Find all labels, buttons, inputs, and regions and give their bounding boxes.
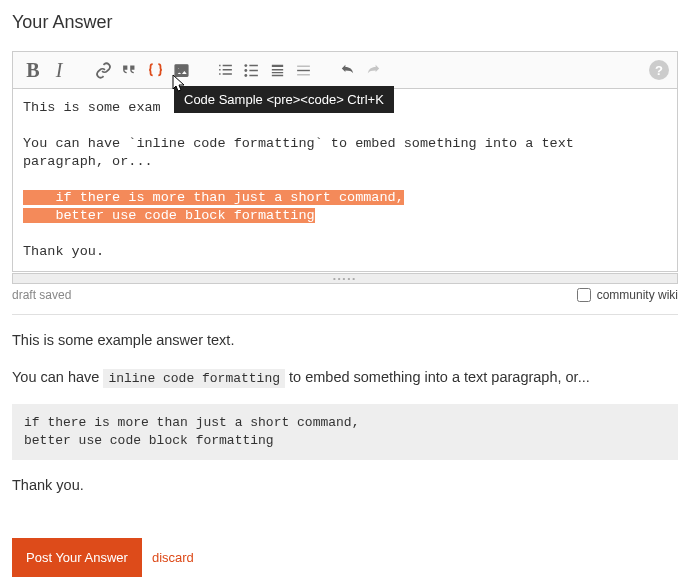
selected-text: better use code block formatting <box>23 208 315 223</box>
braces-icon <box>147 62 164 79</box>
olist-button[interactable] <box>213 56 237 84</box>
redo-icon <box>365 62 382 79</box>
svg-point-1 <box>177 67 179 69</box>
link-button[interactable] <box>91 56 115 84</box>
editor-toolbar: B I ? <box>13 52 677 88</box>
quote-icon <box>121 62 138 79</box>
quote-button[interactable] <box>117 56 141 84</box>
discard-link[interactable]: discard <box>152 550 194 565</box>
page-title: Your Answer <box>12 12 678 33</box>
code-block: if there is more than just a short comma… <box>12 404 678 460</box>
heading-button[interactable] <box>265 56 289 84</box>
editor-text: This is some exam <box>23 100 161 115</box>
link-icon <box>95 62 112 79</box>
divider <box>12 314 678 315</box>
selected-text: if there is more than just a short comma… <box>23 190 404 205</box>
tooltip: Code Sample <pre><code> Ctrl+K <box>174 86 394 113</box>
undo-button[interactable] <box>335 56 359 84</box>
post-answer-button[interactable]: Post Your Answer <box>12 538 142 577</box>
community-wiki-text: community wiki <box>597 288 678 302</box>
hr-button[interactable] <box>291 56 315 84</box>
svg-point-4 <box>244 74 247 77</box>
heading-icon <box>269 62 286 79</box>
undo-icon <box>339 62 356 79</box>
hr-icon <box>295 62 312 79</box>
status-row: draft saved community wiki <box>12 284 678 314</box>
ordered-list-icon <box>217 62 234 79</box>
svg-point-3 <box>244 69 247 72</box>
bold-button[interactable]: B <box>21 56 45 84</box>
editor-text: Thank you. <box>23 244 104 259</box>
image-icon <box>173 62 190 79</box>
preview-paragraph: You can have inline code formatting to e… <box>12 366 678 390</box>
editor-text: You can have `inline code formatting` to… <box>23 136 574 151</box>
draft-status: draft saved <box>12 288 577 302</box>
image-button[interactable] <box>169 56 193 84</box>
bullet-list-icon <box>243 62 260 79</box>
editor-container: B I ? <box>12 51 678 272</box>
actions-row: Post Your Answer discard <box>12 538 678 577</box>
community-wiki-checkbox[interactable] <box>577 288 591 302</box>
redo-button[interactable] <box>361 56 385 84</box>
svg-point-2 <box>244 64 247 67</box>
ulist-button[interactable] <box>239 56 263 84</box>
italic-button[interactable]: I <box>47 56 71 84</box>
editor-textarea[interactable]: This is some exam You can have `inline c… <box>13 88 677 271</box>
preview-paragraph: This is some example answer text. <box>12 329 678 352</box>
editor-text: paragraph, or... <box>23 154 153 169</box>
code-button[interactable] <box>143 56 167 84</box>
resize-grip[interactable] <box>12 273 678 284</box>
preview-area: This is some example answer text. You ca… <box>12 329 678 498</box>
inline-code: inline code formatting <box>103 369 285 388</box>
preview-paragraph: Thank you. <box>12 474 678 497</box>
community-wiki-label[interactable]: community wiki <box>577 288 678 302</box>
help-button[interactable]: ? <box>649 60 669 80</box>
